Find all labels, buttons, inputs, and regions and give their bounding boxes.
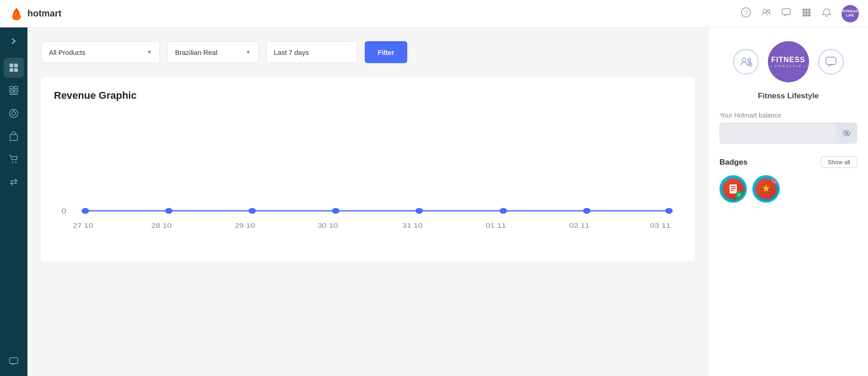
svg-rect-18: [14, 68, 18, 72]
products-chevron-icon: ▼: [147, 49, 152, 55]
svg-rect-22: [14, 90, 18, 92]
svg-rect-15: [10, 64, 13, 67]
balance-value: [720, 123, 836, 143]
svg-rect-54: [826, 57, 836, 64]
svg-rect-9: [803, 11, 805, 14]
badges-header: Badges Show all: [719, 156, 857, 168]
top-navigation: hotmart ? F: [0, 0, 868, 27]
date-range-input[interactable]: Last 7 days: [266, 41, 357, 63]
flame-icon: [9, 6, 24, 21]
svg-rect-10: [805, 11, 808, 14]
svg-point-25: [12, 112, 16, 115]
svg-text:02 11: 02 11: [569, 222, 590, 229]
svg-rect-21: [10, 90, 13, 92]
sidebar-item-analytics[interactable]: [4, 103, 24, 124]
svg-text:29 10: 29 10: [234, 222, 255, 229]
svg-rect-20: [14, 86, 18, 89]
svg-text:30 10: 30 10: [318, 222, 338, 229]
sidebar-item-cart[interactable]: [4, 149, 24, 169]
chart-container: Revenue Graphic 0: [41, 77, 694, 262]
badge-item-2[interactable]: 1: [752, 175, 780, 203]
svg-point-28: [12, 162, 14, 163]
sidebar-item-messages[interactable]: [4, 351, 24, 371]
logo-text: hotmart: [27, 8, 61, 19]
show-all-badges-button[interactable]: Show all: [821, 156, 857, 168]
balance-visibility-toggle[interactable]: [836, 123, 857, 143]
product-logo-line2: — LIFESTYLE —: [768, 64, 809, 68]
svg-text:0: 0: [61, 207, 66, 215]
svg-point-37: [415, 208, 423, 214]
chart-title: Revenue Graphic: [54, 90, 682, 102]
sidebar-item-products[interactable]: [4, 81, 24, 101]
balance-label: Your Hotmart balance: [719, 112, 857, 119]
svg-rect-16: [14, 64, 18, 67]
bell-icon[interactable]: [821, 7, 831, 20]
svg-text:?: ?: [744, 9, 747, 16]
main-panel: All Products ▼ Brazilian Real ▼ Last 7 d…: [27, 27, 708, 376]
user-group-icon[interactable]: [761, 7, 771, 20]
badges-title: Badges: [719, 158, 747, 167]
chat-support-icon-btn[interactable]: [818, 49, 844, 75]
badge-count: 1: [772, 177, 778, 183]
badge-item-1[interactable]: ✓: [719, 175, 747, 203]
help-icon[interactable]: ?: [741, 7, 751, 20]
avatar-text: FITNESS LIFE: [841, 10, 859, 18]
svg-rect-14: [808, 14, 810, 16]
svg-rect-13: [805, 14, 808, 16]
badges-section: Badges Show all ✓: [719, 156, 857, 203]
svg-text:31 10: 31 10: [402, 222, 423, 229]
sidebar-toggle[interactable]: [5, 32, 23, 50]
badge-check-icon: ✓: [735, 191, 743, 199]
svg-text:03 11: 03 11: [650, 222, 671, 229]
right-panel: FITNESS — LIFESTYLE — Fitness Lifestyle …: [708, 27, 868, 376]
svg-rect-11: [808, 11, 810, 14]
products-dropdown-label: All Products: [49, 48, 85, 56]
sidebar: [0, 27, 27, 376]
right-panel-top-icons: FITNESS — LIFESTYLE —: [733, 41, 844, 82]
currency-dropdown[interactable]: Brazilian Real ▼: [167, 41, 259, 63]
svg-point-38: [500, 208, 507, 214]
svg-point-50: [748, 59, 751, 61]
sidebar-item-box[interactable]: [4, 126, 24, 146]
main-layout: All Products ▼ Brazilian Real ▼ Last 7 d…: [0, 27, 868, 376]
settings-users-icon-btn[interactable]: [733, 49, 759, 75]
balance-row: [719, 123, 857, 144]
chart-area: 0 27 1: [54, 115, 682, 252]
svg-text:28 10: 28 10: [151, 222, 172, 229]
content-area: All Products ▼ Brazilian Real ▼ Last 7 d…: [27, 27, 868, 376]
apps-grid-icon[interactable]: [801, 7, 811, 20]
filters-row: All Products ▼ Brazilian Real ▼ Last 7 d…: [41, 41, 694, 63]
svg-rect-19: [10, 86, 13, 89]
chat-icon[interactable]: [781, 7, 791, 20]
balance-section: Your Hotmart balance: [719, 112, 857, 144]
logo[interactable]: hotmart: [9, 6, 61, 21]
svg-point-36: [332, 208, 339, 214]
svg-rect-27: [10, 134, 17, 140]
revenue-chart-svg: 0 27 1: [54, 115, 682, 252]
svg-point-3: [763, 9, 767, 13]
svg-point-34: [165, 208, 172, 214]
svg-text:01 11: 01 11: [486, 222, 506, 229]
svg-point-33: [81, 208, 89, 214]
svg-point-29: [16, 162, 17, 163]
svg-point-39: [583, 208, 590, 214]
currency-chevron-icon: ▼: [245, 49, 251, 55]
currency-dropdown-label: Brazilian Real: [175, 48, 218, 56]
products-dropdown[interactable]: All Products ▼: [41, 41, 160, 63]
svg-rect-7: [805, 9, 808, 11]
topnav-icons-group: ? FITNESS LIFE: [741, 5, 859, 22]
svg-rect-30: [10, 358, 18, 364]
filter-button[interactable]: Filter: [365, 41, 407, 63]
sidebar-item-transfers[interactable]: [4, 172, 24, 192]
svg-point-4: [767, 10, 770, 12]
product-name: Fitness Lifestyle: [758, 91, 819, 101]
svg-rect-5: [782, 9, 790, 15]
product-logo[interactable]: FITNESS — LIFESTYLE —: [768, 41, 809, 82]
sidebar-item-dashboard[interactable]: [4, 58, 24, 78]
svg-rect-23: [10, 94, 18, 95]
svg-point-49: [742, 58, 746, 62]
svg-rect-17: [10, 68, 13, 72]
avatar[interactable]: FITNESS LIFE: [841, 5, 859, 22]
svg-point-40: [665, 208, 672, 214]
svg-rect-6: [803, 9, 805, 11]
